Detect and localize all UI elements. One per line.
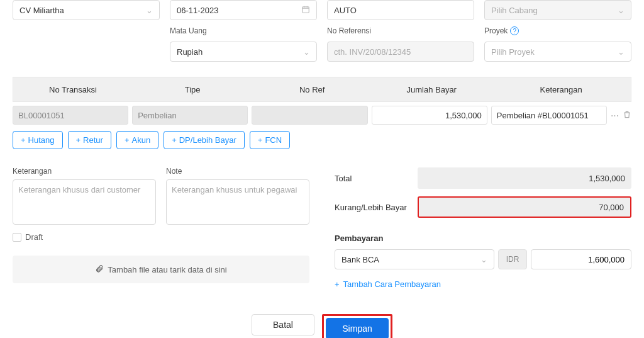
add-fcn-button[interactable]: +FCN (250, 131, 290, 149)
no-ref-input: cth. INV/20/08/12345 (327, 42, 474, 62)
checkbox-icon (13, 233, 21, 242)
cell-no-transaksi: BL00001051 (13, 106, 128, 125)
no-ref-placeholder: cth. INV/20/08/12345 (334, 47, 411, 57)
date-value: 06-11-2023 (177, 6, 219, 15)
th-tipe: Tipe (133, 85, 252, 94)
vendor-value: CV Miliartha (19, 6, 64, 15)
add-retur-button[interactable]: +Retur (68, 131, 111, 149)
auto-input[interactable]: AUTO (327, 0, 474, 20)
total-label: Total (335, 174, 418, 183)
total-value: 1,530,000 (418, 167, 631, 189)
table-header: No Transaksi Tipe No Ref Jumlah Bayar Ke… (13, 77, 631, 102)
bank-value: Bank BCA (341, 255, 379, 264)
note-textarea[interactable] (166, 179, 309, 225)
vendor-select[interactable]: CV Miliartha ⌄ (13, 0, 160, 20)
kurang-value: 70,000 (418, 196, 631, 218)
currency-value: Rupiah (177, 47, 203, 57)
cabang-select: Pilih Cabang ⌄ (484, 0, 631, 20)
more-icon[interactable]: ⋯ (611, 111, 619, 120)
keterangan-label: Keterangan (13, 167, 156, 176)
th-no-ref: No Ref (252, 85, 372, 94)
keterangan-textarea[interactable] (13, 179, 156, 225)
paperclip-icon (95, 264, 104, 275)
plus-icon: + (76, 135, 81, 145)
th-no-transaksi: No Transaksi (13, 85, 133, 94)
add-hutang-button[interactable]: +Hutang (13, 131, 63, 149)
add-akun-button[interactable]: +Akun (116, 131, 158, 149)
draft-label: Draft (25, 232, 43, 242)
plus-icon: + (258, 135, 263, 145)
plus-icon: + (21, 135, 26, 145)
cell-tipe: Pembelian (132, 106, 248, 125)
cell-no-ref (252, 106, 367, 125)
trash-icon[interactable] (623, 110, 631, 121)
proyek-select[interactable]: Pilih Proyek ⌄ (484, 42, 631, 62)
no-ref-label: No Referensi (327, 26, 474, 35)
plus-icon: + (335, 279, 340, 289)
plus-icon: + (172, 135, 177, 145)
th-keterangan: Keterangan (491, 85, 631, 94)
draft-checkbox[interactable]: Draft (13, 232, 309, 242)
cell-jumlah-bayar[interactable]: 1,530,000 (372, 106, 487, 125)
kurang-label: Kurang/Lebih Bayar (335, 203, 418, 212)
cancel-button[interactable]: Batal (252, 314, 314, 335)
date-input[interactable]: 06-11-2023 (170, 0, 317, 20)
plus-icon: + (125, 135, 130, 145)
add-payment-button[interactable]: + Tambah Cara Pembayaran (335, 279, 631, 289)
chevron-down-icon: ⌄ (146, 6, 153, 15)
save-button-highlight: Simpan (322, 314, 392, 338)
table-row: BL00001051 Pembelian 1,530,000 Pembelian… (13, 106, 631, 125)
calendar-icon (301, 5, 310, 16)
payment-amount-input[interactable] (531, 249, 631, 269)
mata-uang-label: Mata Uang (170, 26, 317, 35)
chevron-down-icon: ⌄ (618, 47, 625, 57)
add-dp-button[interactable]: +DP/Lebih Bayar (164, 131, 245, 149)
th-jumlah-bayar: Jumlah Bayar (372, 85, 491, 94)
note-label: Note (166, 167, 309, 176)
chevron-down-icon: ⌄ (618, 6, 625, 15)
proyek-placeholder: Pilih Proyek (491, 47, 535, 57)
cabang-placeholder: Pilih Cabang (491, 6, 538, 15)
pembayaran-label: Pembayaran (335, 234, 631, 243)
upload-label: Tambah file atau tarik data di sini (108, 265, 226, 274)
auto-value: AUTO (334, 6, 357, 15)
chevron-down-icon: ⌄ (303, 47, 310, 57)
currency-badge: IDR (498, 249, 527, 269)
save-button[interactable]: Simpan (326, 318, 389, 338)
help-icon[interactable]: ? (510, 26, 519, 35)
cell-keterangan[interactable]: Pembelian #BL00001051 (491, 106, 607, 125)
file-upload[interactable]: Tambah file atau tarik data di sini (13, 256, 309, 283)
currency-select[interactable]: Rupiah ⌄ (170, 42, 317, 62)
bank-select[interactable]: Bank BCA ⌄ (335, 249, 494, 269)
chevron-down-icon: ⌄ (480, 255, 487, 264)
proyek-label: Proyek ? (484, 26, 631, 35)
svg-rect-0 (303, 6, 309, 12)
